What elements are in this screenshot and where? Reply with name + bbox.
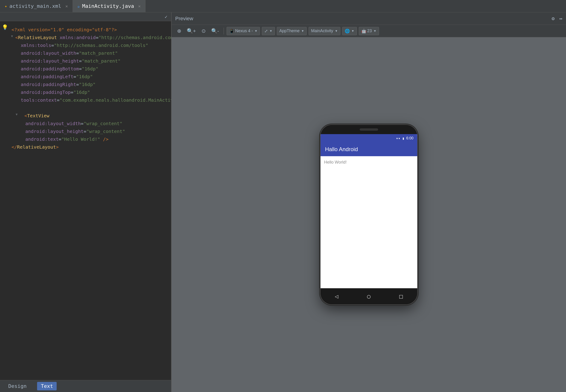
activity-btn[interactable]: MainActivity ▼ (309, 27, 340, 35)
battery-icon: ▮ (402, 136, 404, 140)
code-token: RelativeLayout (18, 34, 57, 42)
code-line-6: android:paddingBottom="16dp" (12, 65, 169, 73)
code-line-11 (12, 104, 169, 112)
app-bar-title: Hallo Android (325, 146, 358, 153)
code-token: "http://schemas.android.com/tools" (54, 42, 148, 49)
zoom-out-btn[interactable]: 🔍- (209, 27, 221, 35)
code-token: "match_parent" (82, 57, 121, 65)
theme-btn[interactable]: AppTheme ▼ (277, 27, 307, 35)
locale-chevron-icon: ▼ (351, 29, 354, 33)
preview-panel: Preview ⚙ ↔ ⊕ 🔍+ ⊙ 🔍- 📱 Nexus 4 - ▼ ⤢ ▼ (172, 13, 566, 392)
zoom-fit-btn[interactable]: ⊕ (175, 27, 183, 35)
phone-top-bezel (321, 125, 417, 134)
fold-arrow-2[interactable]: ▼ (14, 112, 22, 117)
code-line-1: <?xml version="1.0" encoding="utf-8"?> (12, 26, 169, 34)
java-file-icon: ☕ (77, 4, 80, 9)
code-token: = (81, 120, 84, 127)
phone-speaker (360, 128, 378, 131)
pin-icon[interactable]: ↔ (559, 16, 562, 21)
code-token: android:layout_width (25, 120, 81, 127)
code-token: = (84, 127, 86, 135)
design-tab-label: Design (8, 383, 27, 389)
phone-app-bar: Hallo Android (321, 142, 417, 156)
activity-label: MainActivity (311, 28, 333, 33)
code-editor[interactable]: 💡 <?xml version="1.0" encoding="utf-8"?>… (0, 21, 171, 380)
code-token: android:paddingBottom (21, 65, 79, 73)
code-token: android:layout_width (21, 49, 76, 57)
code-token: tools:context (21, 96, 57, 104)
code-token: = (76, 49, 79, 57)
orientation-chevron-icon: ▼ (269, 29, 272, 33)
main-area: ✓ 💡 <?xml version="1.0" encoding="utf-8"… (0, 13, 566, 392)
phone-status-bar: ▾▾ ▮ 6:00 (321, 134, 417, 142)
java-tab-close[interactable]: ✕ (138, 4, 141, 9)
code-token: </ (12, 143, 17, 151)
text-tab-label: Text (41, 383, 53, 389)
code-token: = (74, 73, 76, 81)
lightbulb-icon[interactable]: 💡 (2, 24, 8, 30)
orientation-btn[interactable]: ⤢ ▼ (262, 27, 275, 35)
code-line-10: tools:context="com.example.neals.halloan… (12, 96, 169, 104)
home-nav-btn[interactable]: ○ (367, 293, 371, 300)
code-line-12: ▼ <TextView (12, 112, 169, 120)
code-line-8: android:paddingRight="16dp" (12, 81, 169, 88)
device-chevron-icon: ▼ (254, 29, 257, 33)
code-token: "16dp" (76, 73, 93, 81)
code-token (57, 34, 60, 42)
code-token: = (71, 88, 74, 96)
code-token: = (79, 65, 82, 73)
code-token: = (96, 34, 99, 42)
xml-file-icon: ✦ (5, 4, 7, 9)
phone-mockup: ▾▾ ▮ 6:00 Hallo Android Hello World! (321, 125, 417, 304)
fold-arrow-1[interactable]: ▼ (9, 34, 13, 39)
tab-bar: ✦ activity_main.xml ✕ ☕ MainActivity.jav… (0, 0, 566, 13)
text-tab[interactable]: Text (37, 382, 57, 390)
code-line-13: android:layout_width="wrap_content" (12, 120, 169, 127)
phone-content: Hello World! (321, 156, 417, 288)
code-token: xmlns:android (60, 34, 96, 42)
java-tab[interactable]: ☕ MainActivity.java ✕ (73, 0, 146, 12)
hello-world-text: Hello World! (324, 160, 347, 165)
locale-btn[interactable]: 🌐 ▼ (342, 27, 357, 35)
code-token: TextView (27, 112, 49, 120)
code-line-16: </RelativeLayout> (12, 143, 169, 151)
zoom-in-btn[interactable]: 🔍+ (185, 27, 198, 35)
code-token: "16dp" (79, 81, 96, 88)
code-token: <?xml version="1.0" encoding="utf-8"?> (12, 26, 117, 34)
zoom-actual-btn[interactable]: ⊙ (200, 27, 208, 35)
orientation-icon: ⤢ (264, 28, 268, 34)
xml-tab-close[interactable]: ✕ (65, 4, 68, 9)
preview-header: Preview ⚙ ↔ (172, 13, 566, 25)
code-token: "16dp" (82, 65, 98, 73)
code-token: android:layout_height (21, 57, 79, 65)
api-chevron-icon: ▼ (373, 29, 376, 33)
xml-tab[interactable]: ✦ activity_main.xml ✕ (0, 0, 73, 12)
api-btn[interactable]: 🤖 23 ▼ (359, 27, 379, 35)
status-time: 6:00 (406, 136, 413, 140)
code-line-9: android:paddingTop="16dp" (12, 88, 169, 96)
code-line-2: ▼ <RelativeLayout xmlns:android="http://… (12, 34, 169, 42)
back-nav-btn[interactable]: ◁ (335, 293, 339, 300)
separator-1 (223, 28, 224, 34)
wifi-icon: ▾▾ (396, 136, 400, 140)
code-line-5: android:layout_height="match_parent" (12, 57, 169, 65)
recents-nav-btn[interactable]: □ (399, 293, 403, 300)
design-tab[interactable]: Design (5, 382, 30, 390)
code-token: android:paddingLeft (21, 73, 74, 81)
preview-toolbar: ⊕ 🔍+ ⊙ 🔍- 📱 Nexus 4 - ▼ ⤢ ▼ AppTheme ▼ (172, 25, 566, 37)
phone-icon: 📱 (229, 28, 234, 34)
device-selector-btn[interactable]: 📱 Nexus 4 - ▼ (227, 27, 260, 35)
code-token: "16dp" (74, 88, 90, 96)
editor-panel: ✓ 💡 <?xml version="1.0" encoding="utf-8"… (0, 13, 172, 392)
check-icon[interactable]: ✓ (163, 14, 169, 20)
xml-tab-label: activity_main.xml (9, 3, 61, 9)
phone-screen: ▾▾ ▮ 6:00 Hallo Android Hello World! (321, 134, 417, 288)
settings-icon[interactable]: ⚙ (552, 16, 555, 21)
code-token: "wrap_content" (86, 127, 125, 135)
code-token: "com.example.neals.halloandroid.MainActi… (60, 96, 171, 104)
code-token: /> (103, 135, 108, 143)
code-token: = (76, 81, 79, 88)
code-line-4: android:layout_width="match_parent" (12, 49, 169, 57)
phone-nav-bar: ◁ ○ □ (321, 288, 417, 304)
code-token: "match_parent" (79, 49, 118, 57)
